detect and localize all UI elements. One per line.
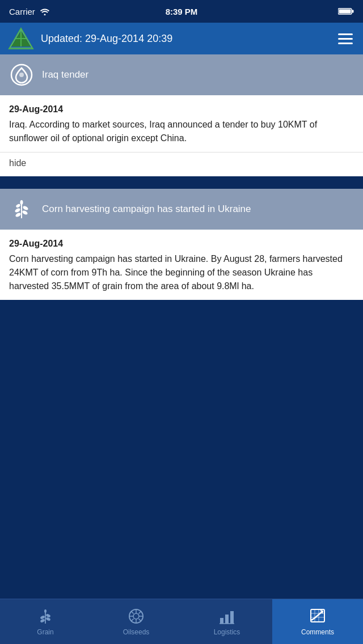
- svg-point-13: [14, 207, 21, 213]
- main-content: Iraq tender 29-Aug-2014 Iraq. According …: [0, 54, 363, 599]
- battery-icon: [338, 7, 354, 15]
- app-logo: [8, 27, 34, 50]
- news-card-iraq: Iraq tender 29-Aug-2014 Iraq. According …: [0, 54, 363, 176]
- iraq-news-text: Iraq. According to market sources, Iraq …: [9, 118, 354, 145]
- iraq-news-body: 29-Aug-2014 Iraq. According to market so…: [0, 95, 363, 152]
- tab-grain[interactable]: Grain: [0, 599, 91, 644]
- card-spacer-1: [0, 177, 363, 189]
- svg-rect-34: [225, 615, 229, 624]
- oilseeds-tab-icon: [127, 607, 145, 625]
- carrier-label: Carrier: [9, 7, 35, 16]
- menu-line-1: [338, 33, 353, 35]
- iraq-icon: [9, 62, 34, 87]
- menu-line-3: [338, 43, 353, 44]
- status-bar: Carrier 8:39 PM: [0, 0, 363, 23]
- tab-logistics[interactable]: Logistics: [182, 599, 272, 644]
- app-header: Updated: 29-Aug-2014 20:39: [0, 23, 363, 54]
- svg-point-24: [133, 613, 139, 619]
- iraq-header-title: Iraq tender: [42, 69, 88, 81]
- svg-point-16: [20, 200, 23, 205]
- svg-point-21: [45, 613, 50, 618]
- grain-tab-icon: [36, 607, 54, 625]
- svg-point-11: [15, 212, 22, 218]
- svg-line-32: [131, 619, 134, 622]
- menu-line-2: [338, 38, 353, 40]
- wifi-icon: [40, 7, 50, 15]
- corn-header-title: Corn harvesting campaign has started in …: [42, 203, 251, 215]
- tab-bar: Grain Oilseeds: [0, 599, 363, 644]
- corn-icon: [9, 197, 34, 222]
- svg-point-22: [44, 609, 47, 613]
- svg-point-9: [19, 73, 24, 77]
- svg-rect-33: [220, 618, 223, 624]
- menu-button[interactable]: [336, 31, 355, 46]
- news-card-corn: Corn harvesting campaign has started in …: [0, 189, 363, 300]
- svg-point-20: [40, 615, 45, 620]
- news-header-iraq: Iraq tender: [0, 54, 363, 95]
- svg-point-19: [45, 617, 50, 621]
- comments-tab-label: Comments: [301, 628, 334, 636]
- svg-point-14: [22, 205, 29, 211]
- logistics-tab-icon: [218, 607, 236, 625]
- svg-point-12: [22, 210, 28, 215]
- iraq-news-footer: hide: [0, 152, 363, 176]
- news-header-corn: Corn harvesting campaign has started in …: [0, 189, 363, 230]
- svg-point-18: [40, 618, 45, 623]
- svg-point-15: [15, 204, 20, 208]
- svg-line-29: [131, 611, 134, 614]
- svg-rect-35: [230, 611, 234, 624]
- svg-rect-1: [352, 10, 354, 13]
- header-title: Updated: 29-Aug-2014 20:39: [41, 33, 329, 45]
- svg-rect-2: [339, 10, 351, 14]
- iraq-hide-button[interactable]: hide: [9, 158, 26, 168]
- status-time: 8:39 PM: [166, 7, 198, 16]
- status-bar-right: [338, 7, 354, 15]
- tab-comments[interactable]: Comments: [272, 599, 363, 644]
- svg-line-30: [139, 619, 142, 622]
- corn-news-body: 29-Aug-2014 Corn harvesting campaign has…: [0, 230, 363, 300]
- tab-oilseeds[interactable]: Oilseeds: [91, 599, 182, 644]
- svg-line-31: [139, 611, 142, 614]
- oilseeds-tab-label: Oilseeds: [123, 628, 150, 636]
- logistics-tab-label: Logistics: [214, 628, 240, 636]
- corn-news-date: 29-Aug-2014: [9, 239, 354, 249]
- iraq-news-date: 29-Aug-2014: [9, 104, 354, 115]
- status-bar-left: Carrier: [9, 7, 50, 16]
- corn-news-text: Corn harvesting campaign has started in …: [9, 252, 354, 293]
- grain-tab-label: Grain: [37, 628, 53, 636]
- comments-tab-icon: [309, 607, 327, 625]
